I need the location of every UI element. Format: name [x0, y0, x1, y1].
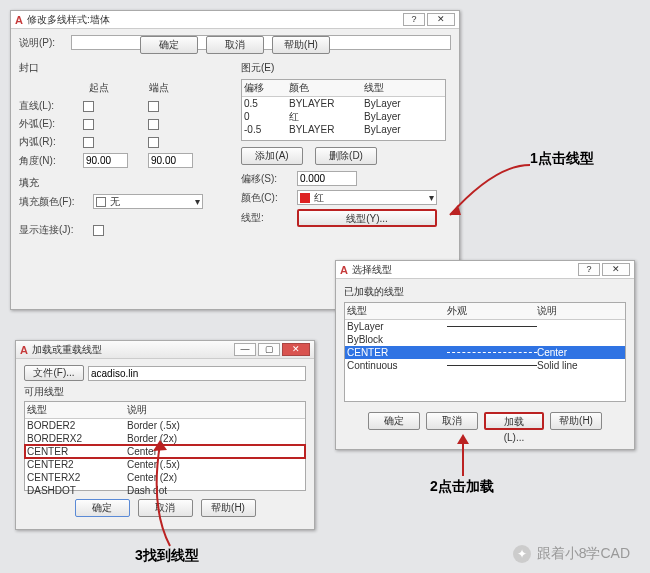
wechat-icon: ✦: [513, 545, 531, 563]
color-label: 颜色(C):: [241, 191, 293, 205]
inner-end-checkbox[interactable]: [148, 137, 159, 148]
line-end-checkbox[interactable]: [148, 101, 159, 112]
list-item[interactable]: BORDERX2Border (2x): [25, 432, 305, 445]
app-logo-icon: A: [340, 264, 348, 276]
list-item[interactable]: ContinuousSolid line: [345, 359, 625, 372]
callout-3: 3找到线型: [135, 547, 199, 565]
list-item-selected[interactable]: CENTERCenter: [345, 346, 625, 359]
callout-1: 1点击线型: [530, 150, 594, 168]
ok-button[interactable]: 确定: [140, 36, 198, 54]
load-titlebar: A 加载或重载线型 — ▢ ✕: [16, 341, 314, 359]
minimize-button[interactable]: —: [234, 343, 256, 356]
ok-button[interactable]: 确定: [368, 412, 420, 430]
ltype-col-name: 线型: [347, 304, 447, 318]
fill-color-dropdown[interactable]: 无 ▾: [93, 194, 203, 209]
outer-arc-label: 外弧(E):: [19, 117, 79, 131]
caps-section-label: 封口: [19, 61, 229, 75]
callout-2: 2点击加载: [430, 478, 494, 496]
red-swatch-icon: [300, 193, 310, 203]
show-join-checkbox[interactable]: [93, 225, 104, 236]
available-linetypes-label: 可用线型: [24, 385, 306, 399]
inner-arc-label: 内弧(R):: [19, 135, 79, 149]
elements-section-label: 图元(E): [241, 61, 446, 75]
dialog-title: 修改多线样式:墙体: [27, 13, 110, 27]
linetype-label: 线型:: [241, 211, 293, 225]
help-button[interactable]: 帮助(H): [550, 412, 602, 430]
close-button[interactable]: ✕: [427, 13, 455, 26]
linetype-button[interactable]: 线型(Y)...: [297, 209, 437, 227]
list-item[interactable]: CENTER2Center (.5x): [25, 458, 305, 471]
main-titlebar: A 修改多线样式:墙体 ? ✕: [11, 11, 459, 29]
elements-col-color: 颜色: [289, 81, 364, 95]
help-button[interactable]: 帮助(H): [272, 36, 330, 54]
maximize-button[interactable]: ▢: [258, 343, 280, 356]
offset-input[interactable]: [297, 171, 357, 186]
outer-start-checkbox[interactable]: [83, 119, 94, 130]
load-linetype-dialog: A 加载或重载线型 — ▢ ✕ 文件(F)... 可用线型 线型 说明 BORD…: [15, 340, 315, 530]
fill-color-value: 无: [110, 195, 120, 209]
element-row[interactable]: 0红ByLayer: [242, 110, 445, 123]
app-logo-icon: A: [20, 344, 28, 356]
angle-label: 角度(N):: [19, 154, 79, 168]
ltype-col-appearance: 外观: [447, 304, 537, 318]
delete-element-button[interactable]: 删除(D): [315, 147, 377, 165]
load-button[interactable]: 加载(L)...: [484, 412, 544, 430]
watermark-text: 跟着小8学CAD: [537, 545, 630, 563]
line-cap-label: 直线(L):: [19, 99, 79, 113]
color-dropdown[interactable]: 红 ▾: [297, 190, 437, 205]
dialog-title: 加载或重载线型: [32, 343, 102, 357]
select-titlebar: A 选择线型 ? ✕: [336, 261, 634, 279]
chevron-down-icon: ▾: [195, 196, 200, 207]
list-item[interactable]: CENTERX2Center (2x): [25, 471, 305, 484]
chevron-down-icon: ▾: [429, 192, 434, 203]
watermark: ✦ 跟着小8学CAD: [513, 545, 630, 563]
angle-start-input[interactable]: [83, 153, 128, 168]
loaded-linetypes-label: 已加载的线型: [344, 285, 626, 299]
list-item[interactable]: DASHDOTDash dot: [25, 484, 305, 497]
end-column-header: 端点: [149, 81, 169, 95]
fill-color-label: 填充颜色(F):: [19, 195, 89, 209]
inner-start-checkbox[interactable]: [83, 137, 94, 148]
help-titlebar-button[interactable]: ?: [578, 263, 600, 276]
angle-end-input[interactable]: [148, 153, 193, 168]
ltype-col-desc: 说明: [127, 403, 147, 417]
cancel-button[interactable]: 取消: [206, 36, 264, 54]
list-item[interactable]: ByBlock: [345, 333, 625, 346]
list-item[interactable]: BORDER2Border (.5x): [25, 419, 305, 432]
add-element-button[interactable]: 添加(A): [241, 147, 303, 165]
outer-end-checkbox[interactable]: [148, 119, 159, 130]
loaded-linetypes-list[interactable]: 线型 外观 说明 ByLayer ByBlock CENTERCenter Co…: [344, 302, 626, 402]
list-item-highlighted[interactable]: CENTERCenter: [25, 445, 305, 458]
help-titlebar-button[interactable]: ?: [403, 13, 425, 26]
none-swatch-icon: [96, 197, 106, 207]
close-button[interactable]: ✕: [282, 343, 310, 356]
show-join-label: 显示连接(J):: [19, 223, 89, 237]
cancel-button[interactable]: 取消: [426, 412, 478, 430]
file-button[interactable]: 文件(F)...: [24, 365, 84, 381]
list-item[interactable]: ByLayer: [345, 320, 625, 333]
ltype-col-name: 线型: [27, 403, 127, 417]
elements-col-offset: 偏移: [244, 81, 289, 95]
cancel-button[interactable]: 取消: [138, 499, 193, 517]
element-row[interactable]: -0.5BYLAYERByLayer: [242, 123, 445, 136]
fill-section-label: 填充: [19, 176, 229, 190]
line-start-checkbox[interactable]: [83, 101, 94, 112]
start-column-header: 起点: [89, 81, 109, 95]
available-linetypes-list[interactable]: 线型 说明 BORDER2Border (.5x) BORDERX2Border…: [24, 401, 306, 491]
ltype-col-desc: 说明: [537, 304, 557, 318]
help-button[interactable]: 帮助(H): [201, 499, 256, 517]
offset-label: 偏移(S):: [241, 172, 293, 186]
file-path-input[interactable]: [88, 366, 306, 381]
app-logo-icon: A: [15, 14, 23, 26]
element-row[interactable]: 0.5BYLAYERByLayer: [242, 97, 445, 110]
close-button[interactable]: ✕: [602, 263, 630, 276]
ok-button[interactable]: 确定: [75, 499, 130, 517]
dialog-title: 选择线型: [352, 263, 392, 277]
elements-col-ltype: 线型: [364, 81, 384, 95]
select-linetype-dialog: A 选择线型 ? ✕ 已加载的线型 线型 外观 说明 ByLayer ByBlo…: [335, 260, 635, 450]
color-value: 红: [314, 191, 324, 205]
elements-list[interactable]: 偏移 颜色 线型 0.5BYLAYERByLayer 0红ByLayer -0.…: [241, 79, 446, 141]
